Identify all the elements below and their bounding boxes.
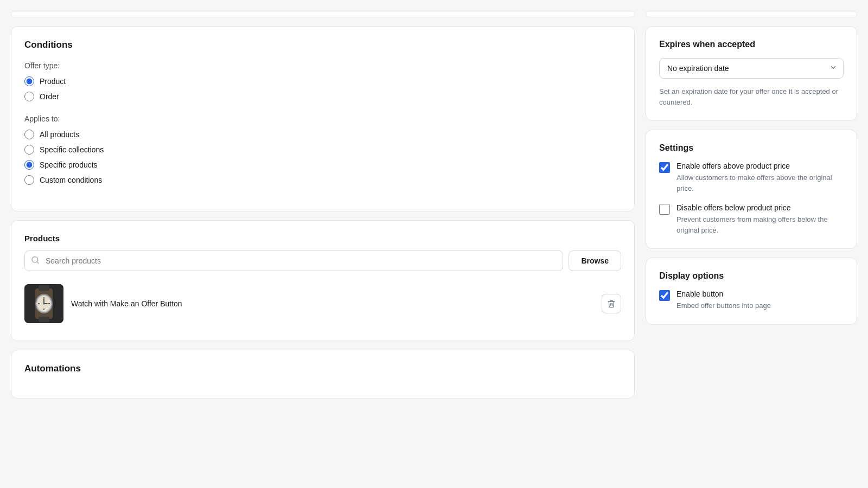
applies-to-radio-group: All products Specific collections Specif… xyxy=(24,130,621,185)
radio-specific-products-label: Specific products xyxy=(40,160,98,169)
delete-product-button[interactable] xyxy=(602,294,621,313)
svg-rect-4 xyxy=(39,285,49,291)
expires-card: Expires when accepted No expiration date… xyxy=(646,26,857,121)
checkbox-enable-above-labels: Enable offers above product price Allow … xyxy=(676,162,844,194)
radio-custom-conditions[interactable] xyxy=(24,175,34,185)
conditions-title: Conditions xyxy=(24,40,621,50)
display-options-card: Display options Enable button Embed offe… xyxy=(646,258,857,325)
radio-order[interactable] xyxy=(24,92,34,101)
products-card: Products Browse xyxy=(11,220,635,341)
svg-point-15 xyxy=(43,303,45,305)
radio-custom-conditions-label: Custom conditions xyxy=(40,176,102,184)
radio-all-products[interactable] xyxy=(24,130,34,139)
display-options-title: Display options xyxy=(659,271,844,281)
search-input[interactable] xyxy=(24,251,563,271)
expires-title: Expires when accepted xyxy=(659,40,844,49)
checkbox-item-disable-below: Disable offers below product price Preve… xyxy=(659,203,844,235)
radio-all-products-label: All products xyxy=(40,130,79,139)
checkbox-disable-below-desc: Prevent customers from making offers bel… xyxy=(676,214,844,235)
checkbox-enable-button-label: Enable button xyxy=(676,290,771,298)
automations-card: Automations xyxy=(11,350,635,399)
products-title: Products xyxy=(24,234,621,243)
checkbox-enable-button[interactable] xyxy=(659,290,670,301)
checkbox-enable-button-desc: Embed offer buttons into page xyxy=(676,300,771,311)
expiration-helper-text: Set an expiration date for your offer on… xyxy=(659,86,844,107)
radio-order-label: Order xyxy=(40,92,59,101)
product-thumbnail xyxy=(24,284,63,323)
product-name: Watch with Make an Offer Button xyxy=(71,299,594,308)
radio-item-specific-products[interactable]: Specific products xyxy=(24,160,621,170)
radio-item-order[interactable]: Order xyxy=(24,92,621,101)
automations-title: Automations xyxy=(24,363,621,374)
radio-item-all-products[interactable]: All products xyxy=(24,130,621,139)
checkbox-enable-above[interactable] xyxy=(659,162,670,173)
offer-type-radio-group: Product Order xyxy=(24,76,621,101)
expiration-select-wrapper: No expiration date 1 day 3 days 7 days 1… xyxy=(659,58,844,79)
radio-item-product[interactable]: Product xyxy=(24,76,621,86)
checkbox-enable-button-labels: Enable button Embed offer buttons into p… xyxy=(676,290,771,311)
radio-specific-products[interactable] xyxy=(24,160,34,170)
checkbox-enable-above-desc: Allow customers to make offers above the… xyxy=(676,172,844,194)
checkbox-item-enable-above: Enable offers above product price Allow … xyxy=(659,162,844,194)
settings-title: Settings xyxy=(659,143,844,153)
applies-to-label: Applies to: xyxy=(24,114,621,123)
conditions-card: Conditions Offer type: Product Order App… xyxy=(11,26,635,211)
trash-icon xyxy=(607,299,616,308)
checkbox-enable-above-label: Enable offers above product price xyxy=(676,162,844,170)
checkbox-disable-below-label: Disable offers below product price xyxy=(676,203,844,212)
radio-item-custom-conditions[interactable]: Custom conditions xyxy=(24,175,621,185)
product-list-item: Watch with Make an Offer Button xyxy=(24,280,621,328)
settings-checkbox-group: Enable offers above product price Allow … xyxy=(659,162,844,235)
radio-specific-collections[interactable] xyxy=(24,145,34,155)
radio-product[interactable] xyxy=(24,76,34,86)
radio-product-label: Product xyxy=(40,77,66,86)
svg-rect-5 xyxy=(39,317,49,322)
checkbox-item-enable-button: Enable button Embed offer buttons into p… xyxy=(659,290,844,311)
expiration-select[interactable]: No expiration date 1 day 3 days 7 days 1… xyxy=(659,58,844,79)
radio-item-specific-collections[interactable]: Specific collections xyxy=(24,145,621,155)
checkbox-disable-below[interactable] xyxy=(659,204,670,215)
browse-button[interactable]: Browse xyxy=(569,251,621,271)
offer-type-label: Offer type: xyxy=(24,61,621,70)
radio-specific-collections-label: Specific collections xyxy=(40,145,104,154)
checkbox-disable-below-labels: Disable offers below product price Preve… xyxy=(676,203,844,235)
settings-card: Settings Enable offers above product pri… xyxy=(646,130,857,249)
display-options-checkbox-group: Enable button Embed offer buttons into p… xyxy=(659,290,844,311)
search-row: Browse xyxy=(24,251,621,271)
search-input-wrapper xyxy=(24,251,563,271)
